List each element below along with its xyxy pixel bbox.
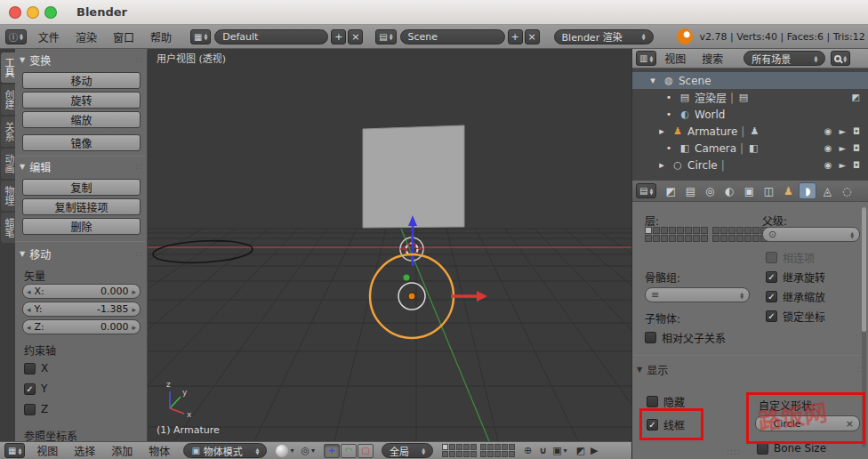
- lock-coordinates-checkbox[interactable]: ✓锁定坐标: [766, 309, 825, 324]
- relative-parenting-checkbox[interactable]: 相对父子关系: [645, 330, 726, 345]
- expander-icon[interactable]: ▾: [647, 75, 659, 86]
- duplicate-linked-button[interactable]: 复制链接项: [22, 198, 141, 215]
- tab-create[interactable]: 创建: [1, 85, 15, 115]
- increment-icon[interactable]: ▸: [132, 287, 136, 296]
- increment-icon[interactable]: ▸: [132, 323, 136, 332]
- renderability-camera-icon[interactable]: ◘: [853, 143, 860, 153]
- visibility-eye-icon[interactable]: ◉: [824, 143, 832, 153]
- scale-manipulator-icon[interactable]: ▢: [358, 444, 374, 458]
- tab-tools[interactable]: 工具: [1, 52, 15, 83]
- outliner-display-mode-selector[interactable]: 所有场景▲▼: [743, 51, 825, 66]
- inherit-rotation-checkbox[interactable]: ✓继承旋转: [766, 270, 825, 285]
- constraints-tab-icon[interactable]: ◫: [760, 182, 777, 199]
- add-screen-layout-button[interactable]: +: [331, 29, 346, 44]
- pivot-point-selector[interactable]: ◎▾: [301, 445, 315, 456]
- checkbox-icon[interactable]: [24, 363, 36, 374]
- expander-icon[interactable]: ▸: [655, 159, 668, 171]
- snap-element-selector[interactable]: ▣▾: [552, 445, 567, 456]
- tab-relations[interactable]: 关系: [1, 117, 15, 147]
- transform-panel-header[interactable]: ▼变换∷: [20, 52, 142, 67]
- armature-data-tab-icon[interactable]: ♟: [779, 182, 797, 199]
- window-close-button[interactable]: [9, 6, 21, 19]
- rotate-manipulator-icon[interactable]: ◠: [341, 444, 357, 458]
- window-minimize-button[interactable]: [27, 6, 39, 19]
- render-tab-icon[interactable]: ◩: [662, 182, 679, 199]
- viewport-3d[interactable]: x y z 用户视图 (透视) (1) Armature: [148, 49, 631, 441]
- checkbox-icon[interactable]: ✓: [24, 383, 36, 395]
- constraint-axis-x-checkbox[interactable]: X: [24, 362, 48, 374]
- outliner-row-armature[interactable]: ▸♟Armature|♟ ◉►◘: [632, 123, 868, 140]
- checkbox-icon[interactable]: [647, 396, 658, 407]
- screen-browse-icon[interactable]: ▦▲▼: [190, 29, 211, 44]
- wire-checkbox[interactable]: ✓线框: [647, 417, 685, 432]
- tab-animation[interactable]: 动画: [1, 149, 15, 179]
- constraint-axis-y-checkbox[interactable]: ✓Y: [24, 382, 47, 395]
- view-menu[interactable]: 视图: [28, 442, 66, 459]
- bone-constraints-tab-icon[interactable]: ◬: [818, 182, 836, 199]
- snap-magnet-icon[interactable]: ∪: [539, 445, 547, 456]
- visibility-eye-icon[interactable]: ◉: [824, 126, 832, 136]
- translate-manipulator-icon[interactable]: +: [324, 444, 340, 458]
- selectability-arrow-icon[interactable]: ►: [839, 126, 846, 136]
- checkbox-icon[interactable]: [24, 404, 36, 415]
- vector-x-field[interactable]: ◂X:0.000▸: [22, 284, 141, 299]
- menu-window[interactable]: 窗口: [105, 25, 142, 48]
- constraint-axis-z-checkbox[interactable]: Z: [24, 403, 48, 415]
- tab-physics[interactable]: 物理: [1, 181, 15, 211]
- increment-icon[interactable]: ▸: [132, 305, 136, 314]
- object-tab-icon[interactable]: ▣: [740, 182, 758, 199]
- checkbox-icon[interactable]: ✓: [766, 310, 777, 322]
- renderability-camera-icon[interactable]: ◘: [853, 126, 860, 136]
- outliner-row-render-layers[interactable]: •▤渲染层|▤ ◩: [632, 89, 868, 106]
- connected-checkbox[interactable]: 相连项: [766, 250, 815, 265]
- scale-button[interactable]: 缩放: [22, 111, 141, 128]
- outliner-search-menu[interactable]: 搜索: [694, 49, 731, 68]
- delete-screen-layout-button[interactable]: ×: [348, 29, 363, 44]
- renderability-camera-icon[interactable]: ◘: [853, 160, 860, 170]
- bone-group-selector[interactable]: ≡▲▼: [645, 287, 750, 302]
- scene-browse-icon[interactable]: ▤▲▼: [375, 29, 396, 44]
- display-panel-header[interactable]: ▼显示∷: [637, 362, 864, 376]
- opengl-render-still-icon[interactable]: ◩: [576, 445, 585, 456]
- decrement-icon[interactable]: ◂: [27, 287, 31, 296]
- viewport-editor-type-icon[interactable]: ▦▲▼: [4, 443, 25, 458]
- object-menu[interactable]: 物体: [141, 442, 178, 459]
- select-menu[interactable]: 选择: [66, 442, 103, 459]
- custom-shape-selector[interactable]: ○Circle×: [755, 415, 860, 431]
- menu-render[interactable]: 渲染: [68, 25, 105, 48]
- vector-z-field[interactable]: ◂Z:0.000▸: [22, 319, 141, 334]
- decrement-icon[interactable]: ◂: [27, 305, 31, 314]
- screen-layout-selector[interactable]: Default: [214, 29, 328, 44]
- selectability-arrow-icon[interactable]: ►: [839, 143, 846, 153]
- window-maximize-button[interactable]: [44, 6, 57, 19]
- add-menu[interactable]: 添加: [103, 442, 141, 459]
- visibility-eye-icon[interactable]: ◉: [824, 160, 832, 170]
- hide-checkbox[interactable]: 隐藏: [647, 394, 685, 409]
- add-scene-button[interactable]: +: [508, 29, 523, 44]
- selectability-arrow-icon[interactable]: ►: [839, 160, 846, 170]
- delete-button[interactable]: 删除: [22, 218, 141, 235]
- layers-grid-left[interactable]: [442, 444, 477, 457]
- clear-custom-shape-icon[interactable]: ×: [846, 418, 854, 430]
- render-engine-selector[interactable]: Blender 渲染▲▼: [554, 29, 654, 44]
- rotate-button[interactable]: 旋转: [22, 92, 141, 109]
- scene-selector[interactable]: Scene: [400, 29, 505, 44]
- outliner-search-icon[interactable]: ▲▼: [831, 51, 850, 66]
- delete-scene-button[interactable]: ×: [525, 29, 540, 44]
- mirror-button[interactable]: 镜像: [22, 134, 141, 151]
- viewport-shading-selector[interactable]: ▾: [276, 445, 293, 457]
- world-tab-icon[interactable]: ◐: [720, 182, 738, 199]
- opengl-render-anim-icon[interactable]: ▶: [591, 445, 598, 456]
- outliner-row-scene[interactable]: ▾◍Scene: [632, 72, 868, 89]
- outliner-row-world[interactable]: •◐World: [632, 106, 868, 123]
- checkbox-icon[interactable]: [645, 332, 656, 343]
- checkbox-icon[interactable]: [757, 443, 768, 455]
- lock-to-scene-icon[interactable]: ⊕: [524, 445, 532, 456]
- menu-help[interactable]: 帮助: [142, 25, 180, 48]
- outliner-row-circle[interactable]: ▸○Circle| ◉►◘: [632, 157, 868, 173]
- translate-redo-panel-header[interactable]: ▼移动∷: [20, 246, 142, 261]
- layers-grid-right[interactable]: [480, 444, 515, 457]
- cube-object[interactable]: [363, 125, 464, 228]
- outliner-editor-type-icon[interactable]: ▥▲▼: [636, 51, 656, 66]
- scene-tab-icon[interactable]: ◎: [701, 182, 719, 199]
